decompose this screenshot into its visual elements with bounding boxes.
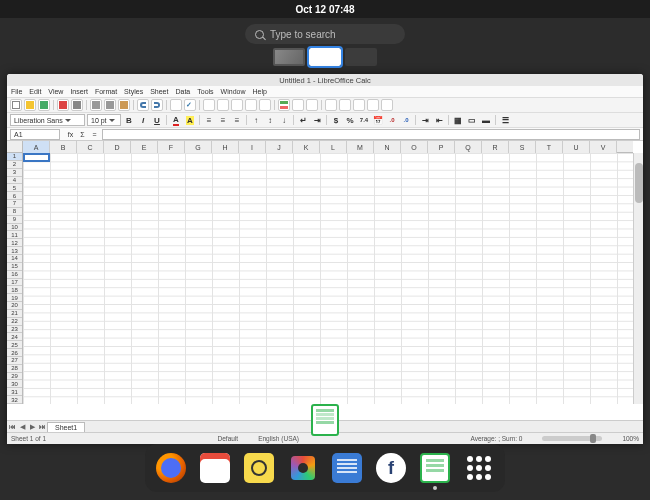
sheet-tab-1[interactable]: Sheet1 [47,422,85,432]
row-header-18[interactable]: 18 [7,286,22,294]
menu-format[interactable]: Format [95,88,117,95]
menu-edit[interactable]: Edit [29,88,41,95]
column-header-D[interactable]: D [104,141,131,153]
column-button[interactable] [217,99,229,111]
italic-button[interactable]: I [137,114,149,126]
spellcheck-button[interactable]: ✓ [184,99,196,111]
column-header-S[interactable]: S [509,141,536,153]
row-header-29[interactable]: 29 [7,373,22,381]
new-button[interactable] [10,99,22,111]
border-style-button[interactable]: ▭ [466,114,478,126]
dock-photos[interactable] [285,450,321,486]
hyperlink-button[interactable] [325,99,337,111]
chart-button[interactable] [278,99,290,111]
conditional-button[interactable]: ☰ [499,114,511,126]
highlight-button[interactable]: A [184,114,196,126]
tab-first-button[interactable]: ⏮ [7,422,17,432]
paste-button[interactable] [118,99,130,111]
row-header-27[interactable]: 27 [7,357,22,365]
row-header-25[interactable]: 25 [7,341,22,349]
column-header-L[interactable]: L [320,141,347,153]
increase-indent-button[interactable]: ⇥ [419,114,431,126]
bold-button[interactable]: B [123,114,135,126]
row-header-15[interactable]: 15 [7,263,22,271]
copy-button[interactable] [104,99,116,111]
row-header-10[interactable]: 10 [7,224,22,232]
formula-button[interactable]: = [89,129,100,140]
cell-grid[interactable] [23,153,633,404]
row-header-31[interactable]: 31 [7,388,22,396]
export-pdf-button[interactable] [57,99,69,111]
row-header-19[interactable]: 19 [7,294,22,302]
dock-text-editor[interactable] [329,450,365,486]
align-middle-button[interactable]: ↕ [264,114,276,126]
row-header-13[interactable]: 13 [7,247,22,255]
print-button[interactable] [71,99,83,111]
menu-window[interactable]: Window [221,88,246,95]
pivot-button[interactable] [306,99,318,111]
status-language[interactable]: English (USA) [258,435,299,442]
dock-software[interactable]: f [373,450,409,486]
underline-button[interactable]: U [151,114,163,126]
save-button[interactable] [38,99,50,111]
dock-calendar[interactable] [197,450,233,486]
vertical-scrollbar[interactable] [633,153,643,404]
font-name-combo[interactable]: Liberation Sans [10,114,85,126]
row-button[interactable] [203,99,215,111]
image-button[interactable] [292,99,304,111]
row-header-1[interactable]: 1 [7,153,22,161]
undo-button[interactable] [137,99,149,111]
menu-insert[interactable]: Insert [70,88,88,95]
menu-styles[interactable]: Styles [124,88,143,95]
row-header-8[interactable]: 8 [7,208,22,216]
row-header-23[interactable]: 23 [7,326,22,334]
align-left-button[interactable]: ≡ [203,114,215,126]
column-header-B[interactable]: B [50,141,77,153]
tab-prev-button[interactable]: ◀ [17,422,27,432]
wrap-button[interactable]: ↵ [297,114,309,126]
window-thumbnail-calc[interactable] [311,404,339,436]
sort-desc-button[interactable] [245,99,257,111]
borders-button[interactable]: ▦ [452,114,464,126]
open-button[interactable] [24,99,36,111]
column-header-M[interactable]: M [347,141,374,153]
comment-button[interactable] [339,99,351,111]
row-header-28[interactable]: 28 [7,365,22,373]
overview-search[interactable]: Type to search [245,24,405,44]
merge-button[interactable]: ⇥ [311,114,323,126]
menu-tools[interactable]: Tools [197,88,213,95]
find-button[interactable] [170,99,182,111]
column-header-C[interactable]: C [77,141,104,153]
menu-view[interactable]: View [48,88,63,95]
status-style[interactable]: Default [218,435,239,442]
date-button[interactable]: 📅 [372,114,384,126]
column-header-A[interactable]: A [23,141,50,153]
workspace-thumb-2[interactable] [309,48,341,66]
column-header-J[interactable]: J [266,141,293,153]
row-header-2[interactable]: 2 [7,161,22,169]
headers-button[interactable] [353,99,365,111]
autofilter-button[interactable] [259,99,271,111]
row-header-3[interactable]: 3 [7,169,22,177]
row-header-4[interactable]: 4 [7,177,22,185]
column-header-N[interactable]: N [374,141,401,153]
percent-button[interactable]: % [344,114,356,126]
row-header-24[interactable]: 24 [7,333,22,341]
dock-libreoffice-calc[interactable] [417,450,453,486]
zoom-value[interactable]: 100% [622,435,639,442]
border-color-button[interactable]: ▬ [480,114,492,126]
row-header-21[interactable]: 21 [7,310,22,318]
column-header-O[interactable]: O [401,141,428,153]
tab-next-button[interactable]: ▶ [27,422,37,432]
column-header-H[interactable]: H [212,141,239,153]
row-header-17[interactable]: 17 [7,279,22,287]
row-header-32[interactable]: 32 [7,396,22,404]
dock-music[interactable] [241,450,277,486]
column-header-T[interactable]: T [536,141,563,153]
row-header-11[interactable]: 11 [7,231,22,239]
align-top-button[interactable]: ↑ [250,114,262,126]
formula-input[interactable] [102,129,640,140]
column-header-Q[interactable]: Q [455,141,482,153]
row-header-16[interactable]: 16 [7,271,22,279]
column-header-I[interactable]: I [239,141,266,153]
